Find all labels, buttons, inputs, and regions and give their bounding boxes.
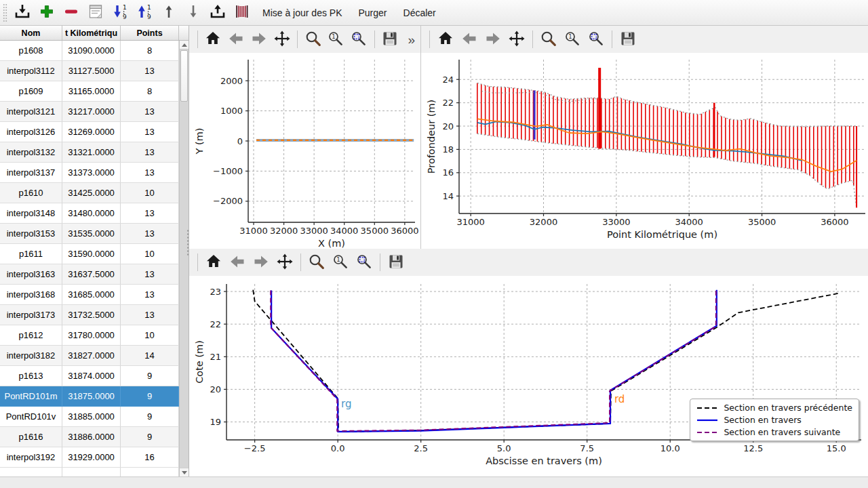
table-cell: 9 — [121, 407, 179, 427]
svg-text:5.0: 5.0 — [497, 443, 511, 453]
decaler-button[interactable]: Décaler — [396, 3, 443, 23]
update-pk-button[interactable]: Mise à jour des PK — [255, 3, 350, 23]
profile-chart-canvas[interactable]: 3100032000330003400035000360001416182022… — [421, 53, 867, 249]
table-cell: 31217.0000 — [62, 102, 121, 122]
zoom-one-button[interactable]: 1 — [330, 251, 351, 273]
move-down-button[interactable] — [182, 2, 205, 24]
table-cell: 13 — [121, 264, 179, 285]
column-header-nom[interactable]: Nom — [0, 26, 62, 40]
scroll-up-button[interactable] — [180, 41, 189, 49]
table-scrollbar[interactable] — [179, 41, 189, 476]
table-row[interactable]: p161231780.000010 — [0, 325, 179, 346]
table-row[interactable]: interpol312631269.000013 — [0, 122, 179, 142]
table-cell: interpol3153 — [0, 224, 62, 244]
scroll-down-button[interactable] — [180, 468, 189, 476]
save-button[interactable] — [617, 28, 639, 50]
export-button[interactable] — [206, 2, 229, 24]
table-row[interactable]: PontRD101v31885.00009 — [0, 407, 179, 427]
pan-button[interactable] — [271, 28, 292, 50]
svg-text:1: 1 — [332, 33, 336, 40]
svg-text:31000: 31000 — [456, 217, 484, 227]
svg-text:33000: 33000 — [602, 217, 630, 227]
move-up-button[interactable] — [157, 2, 180, 24]
zoom-one-button[interactable]: 1 — [561, 28, 583, 50]
toolbar-overflow-chevron[interactable]: » — [408, 33, 415, 46]
profile-chart-toolbar: 1 — [421, 26, 868, 53]
zoom-one-button[interactable]: 1 — [326, 28, 347, 50]
remove-button[interactable] — [60, 2, 83, 24]
home-button[interactable] — [203, 251, 224, 273]
back-button[interactable] — [458, 28, 480, 50]
table-row[interactable]: interpol314831480.000013 — [0, 203, 179, 224]
section-chart-canvas[interactable]: rgrd−2.50.02.55.07.510.012.515.019202122… — [189, 276, 868, 476]
table-row[interactable]: interpol316831685.000013 — [0, 285, 179, 305]
table-cell: interpol3173 — [0, 305, 62, 325]
table-cell: 31827.0000 — [62, 346, 121, 366]
table-row[interactable]: p160831090.00008 — [0, 41, 179, 61]
pan-icon — [276, 253, 294, 272]
purger-button[interactable]: Purger — [351, 3, 395, 23]
svg-text:1: 1 — [336, 256, 340, 263]
save-button[interactable] — [385, 251, 407, 273]
back-button[interactable] — [226, 251, 248, 273]
zoom-fit-button[interactable] — [353, 251, 375, 273]
table-row[interactable]: interpol316331637.500013 — [0, 264, 179, 285]
toolbar-separator — [197, 30, 198, 48]
zoom-button[interactable] — [306, 251, 328, 273]
save-icon — [387, 253, 405, 272]
zoom-fit-button[interactable] — [585, 28, 607, 50]
home-button[interactable] — [435, 28, 456, 50]
table-row[interactable]: interpol319231929.000016 — [0, 447, 179, 468]
import-button[interactable] — [11, 2, 34, 24]
table-row[interactable]: interpol315331535.000013 — [0, 224, 179, 244]
home-button[interactable] — [203, 28, 224, 50]
back-icon — [460, 30, 478, 49]
sort-ascending-button[interactable]: 1 9 — [133, 2, 156, 24]
table-cell: p1613 — [0, 366, 62, 386]
table-row[interactable]: interpol317331732.500013 — [0, 305, 179, 325]
table-row[interactable]: p160931165.00008 — [0, 81, 179, 102]
svg-text:34000: 34000 — [675, 217, 703, 227]
forward-button[interactable] — [249, 28, 270, 50]
pan-icon — [273, 30, 291, 49]
table-row[interactable]: p161031425.000010 — [0, 183, 179, 203]
table-row[interactable]: PontRD101m31875.00009 — [0, 386, 179, 407]
table-row[interactable]: interpol311231127.500013 — [0, 61, 179, 81]
table-cell: 13 — [121, 163, 179, 183]
svg-text:18: 18 — [442, 144, 454, 155]
svg-text:Y (m): Y (m) — [194, 128, 205, 155]
table-row[interactable]: interpol318231827.000014 — [0, 346, 179, 366]
table-row[interactable]: p161331874.00009 — [0, 366, 179, 386]
zoom-button[interactable] — [302, 28, 323, 50]
table-row[interactable]: interpol312131217.000013 — [0, 102, 179, 122]
sort-descending-button[interactable]: 1 9 — [108, 2, 132, 24]
sections-button[interactable] — [231, 2, 254, 24]
toolbar-separator — [374, 30, 375, 48]
legend-label: Section en travers — [724, 415, 801, 425]
svg-text:rg: rg — [341, 398, 351, 410]
zoom-button[interactable] — [538, 28, 559, 50]
forward-button[interactable] — [250, 251, 272, 273]
pan-button[interactable] — [274, 251, 296, 273]
toolbar-separator — [197, 253, 198, 271]
forward-button[interactable] — [482, 28, 504, 50]
svg-text:35000: 35000 — [361, 226, 389, 236]
toolbar-grip[interactable] — [3, 3, 7, 22]
notes-button[interactable] — [84, 2, 107, 24]
legend-line-sample — [696, 429, 719, 436]
scrollbar-thumb[interactable] — [180, 50, 188, 102]
zoom-fit-button[interactable] — [349, 28, 370, 50]
sort-descending-icon: 1 9 — [111, 3, 129, 22]
save-button[interactable] — [380, 28, 401, 50]
plan-chart-canvas[interactable]: 310003200033000340003500036000−2000−1000… — [189, 53, 420, 249]
pan-button[interactable] — [506, 28, 528, 50]
svg-text:31000: 31000 — [239, 226, 267, 236]
table-row[interactable]: interpol313731373.000013 — [0, 163, 179, 183]
table-row[interactable]: interpol313231321.000013 — [0, 142, 179, 163]
table-row[interactable]: p161131590.000010 — [0, 244, 179, 264]
table-row[interactable]: p161631886.00009 — [0, 427, 179, 447]
add-button[interactable] — [35, 2, 58, 24]
column-header-points[interactable]: Points — [121, 26, 179, 40]
column-header-point-kilometrique[interactable]: t Kilométriqu — [62, 26, 121, 40]
back-button[interactable] — [226, 28, 247, 50]
